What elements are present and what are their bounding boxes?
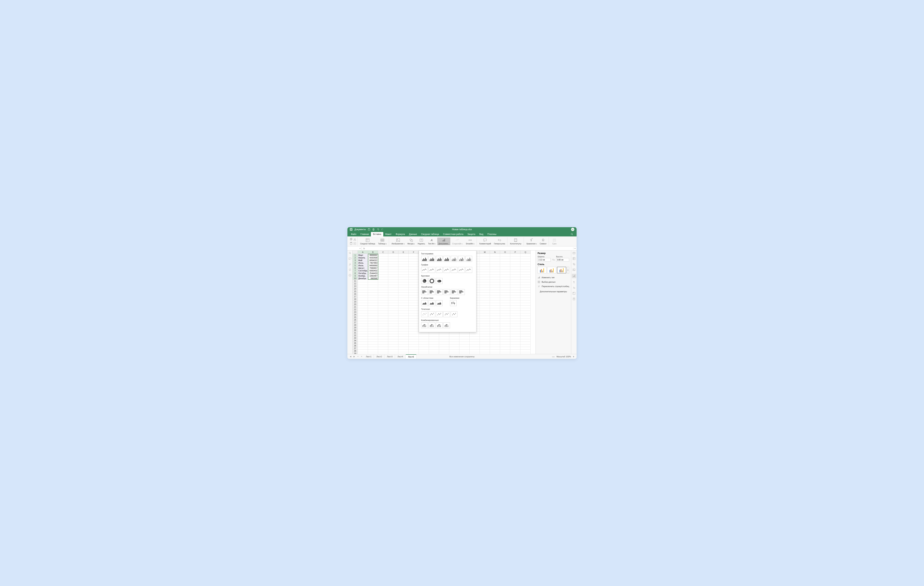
row-header[interactable]: 35 <box>353 342 358 344</box>
cell[interactable]: Апрель <box>358 256 368 259</box>
cell[interactable] <box>490 337 500 339</box>
cell[interactable] <box>368 350 378 352</box>
cell[interactable] <box>480 352 490 354</box>
cell[interactable] <box>388 259 398 262</box>
row-header[interactable]: 17 <box>353 295 358 298</box>
cell[interactable] <box>520 344 531 347</box>
cell[interactable] <box>510 324 520 326</box>
save-icon[interactable] <box>368 228 370 231</box>
cell[interactable] <box>358 308 368 311</box>
cell[interactable] <box>500 326 510 329</box>
chart-option[interactable] <box>443 267 450 273</box>
cell[interactable] <box>409 313 419 316</box>
cell[interactable] <box>398 329 409 332</box>
row-header[interactable]: 14 <box>353 287 358 290</box>
cell[interactable] <box>490 305 500 308</box>
cell[interactable] <box>510 305 520 308</box>
ribbon-hyperlink[interactable]: Гиперссылка <box>493 238 506 245</box>
col-header[interactable]: B <box>368 251 378 254</box>
cell[interactable] <box>490 326 500 329</box>
cell[interactable] <box>500 332 510 334</box>
cell[interactable] <box>520 290 531 293</box>
cell[interactable] <box>459 352 470 354</box>
cell[interactable] <box>510 290 520 293</box>
cell[interactable] <box>409 342 419 344</box>
fx-label[interactable]: fx <box>362 248 366 249</box>
cell[interactable] <box>358 287 368 290</box>
row-header[interactable]: 39 <box>353 352 358 354</box>
cell[interactable] <box>520 277 531 280</box>
chart-option[interactable] <box>421 322 428 328</box>
zoom-out[interactable]: — <box>551 355 556 358</box>
cell[interactable] <box>398 295 409 298</box>
cell[interactable] <box>358 285 368 287</box>
cell[interactable] <box>358 332 368 334</box>
row-header[interactable]: 22 <box>353 308 358 311</box>
cell[interactable] <box>378 274 388 277</box>
cell[interactable] <box>439 344 449 347</box>
chart-option[interactable] <box>421 256 428 262</box>
height-input[interactable] <box>556 258 569 262</box>
cell[interactable] <box>388 342 398 344</box>
cell[interactable] <box>500 293 510 295</box>
cell[interactable] <box>500 269 510 272</box>
cell[interactable] <box>409 321 419 324</box>
cell[interactable] <box>520 342 531 344</box>
cell[interactable] <box>388 326 398 329</box>
cell[interactable] <box>480 334 490 337</box>
cell[interactable] <box>520 329 531 332</box>
cell[interactable] <box>378 352 388 354</box>
cell[interactable] <box>520 334 531 337</box>
cell[interactable] <box>449 342 459 344</box>
cell[interactable] <box>470 334 480 337</box>
cell[interactable] <box>510 334 520 337</box>
menu-collab[interactable]: Совместная работа <box>441 232 465 236</box>
cell[interactable] <box>409 287 419 290</box>
cell[interactable] <box>510 313 520 316</box>
cell[interactable] <box>409 308 419 311</box>
cell[interactable] <box>520 308 531 311</box>
cell[interactable] <box>398 259 409 262</box>
select-icon[interactable] <box>353 242 356 245</box>
cell[interactable] <box>398 311 409 313</box>
cell[interactable] <box>429 350 439 352</box>
cell[interactable] <box>358 298 368 300</box>
cell[interactable] <box>500 324 510 326</box>
cell[interactable] <box>409 316 419 319</box>
cell[interactable] <box>490 254 500 256</box>
cell[interactable] <box>409 332 419 334</box>
cell[interactable] <box>510 264 520 267</box>
cell[interactable] <box>520 350 531 352</box>
cell[interactable] <box>480 264 490 267</box>
rp-switch-rowcol[interactable]: Переключить строку/столбец <box>538 284 569 289</box>
chart-option[interactable] <box>436 256 442 262</box>
cell[interactable] <box>409 269 419 272</box>
row-header[interactable]: 6 <box>353 267 358 269</box>
cell[interactable] <box>500 298 510 300</box>
cell[interactable] <box>480 329 490 332</box>
menu-view[interactable]: Вид <box>477 232 485 236</box>
cell[interactable] <box>398 290 409 293</box>
cell[interactable] <box>378 295 388 298</box>
cell[interactable] <box>500 308 510 311</box>
cell[interactable] <box>398 339 409 342</box>
cell[interactable] <box>480 277 490 280</box>
row-header[interactable]: 3 <box>353 259 358 262</box>
cell[interactable] <box>409 347 419 350</box>
cell[interactable] <box>378 305 388 308</box>
cell[interactable] <box>378 254 388 256</box>
cell[interactable] <box>398 308 409 311</box>
cell[interactable] <box>398 313 409 316</box>
cell[interactable] <box>490 287 500 290</box>
cell[interactable] <box>520 282 531 285</box>
cell[interactable] <box>510 277 520 280</box>
chart-option[interactable] <box>436 311 442 317</box>
cell[interactable] <box>388 329 398 332</box>
cell[interactable] <box>520 267 531 269</box>
redo-icon[interactable] <box>381 228 384 231</box>
cell[interactable] <box>368 332 378 334</box>
paste-icon[interactable] <box>350 242 353 245</box>
sheet-tab-2[interactable]: Лист2 <box>374 355 384 359</box>
row-header[interactable]: 13 <box>353 285 358 287</box>
cell[interactable] <box>378 324 388 326</box>
